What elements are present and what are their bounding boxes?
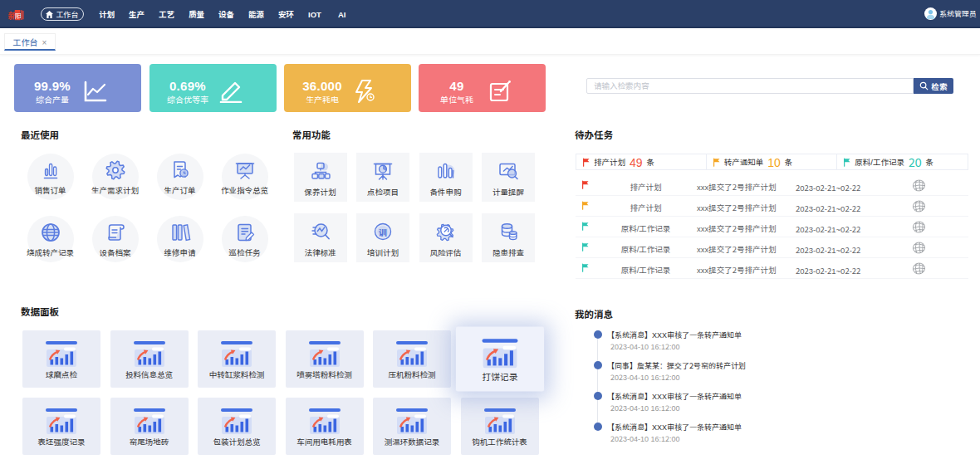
svg-text:阳: 阳 [15,11,22,20]
